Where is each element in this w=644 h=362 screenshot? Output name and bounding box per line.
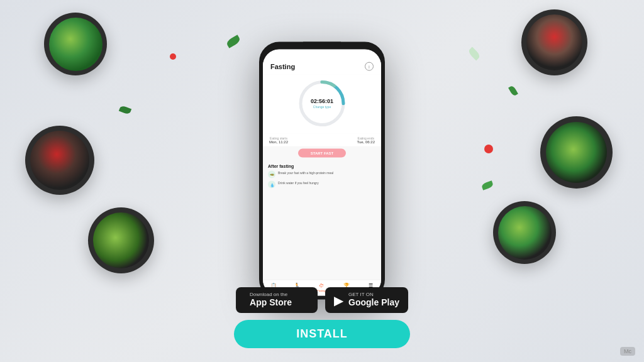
info-icon: i [365,62,374,71]
screen-header: Fasting i [263,50,381,75]
watermark: Mc [620,347,635,356]
app-store-button[interactable]: Download on the App Store [236,287,318,313]
tomato-1 [484,145,493,153]
google-play-button[interactable]: ▶ GET IT ON Google Play [325,287,408,313]
tip-item-1: 🥗 Break your fast with a high-protein me… [268,171,376,178]
food-bowl-top-right [521,9,587,75]
tip-icon-1: 🥗 [268,171,275,178]
google-play-sub: GET IT ON [348,292,399,297]
install-button[interactable]: INSTALL [234,320,410,348]
timer-time: 02:56:01 [311,99,333,104]
google-play-main: Google Play [348,297,399,308]
food-bowl-bottom-right [493,201,556,264]
change-type-label: Change type [311,105,333,109]
tomato-2 [170,53,176,60]
after-fasting-section: After fasting 🥗 Break your fast with a h… [263,160,381,280]
eating-starts-value: Mon, 11:22 [269,140,288,144]
google-play-text: GET IT ON Google Play [348,292,399,308]
start-fast-button[interactable]: START FAST [298,149,347,158]
tip-icon-2: 💧 [268,181,275,189]
phone-notch [303,42,341,47]
after-fasting-title: After fasting [268,164,376,168]
app-store-text: Download on the App Store [250,292,292,308]
phone-screen: Fasting i 02:56:01 Change type Eating st… [263,50,381,296]
phone-mockup: Fasting i 02:56:01 Change type Eating st… [259,42,385,300]
eating-starts-block: Eating starts Mon, 11:22 [269,136,288,144]
food-bowl-mid-left [25,126,94,195]
store-buttons: Download on the App Store ▶ GET IT ON Go… [236,287,408,313]
eating-times: Eating starts Mon, 11:22 Eating ends Tue… [263,134,381,146]
google-play-icon: ▶ [334,293,343,308]
timer-ring: 02:56:01 Change type [297,79,347,129]
food-bowl-mid-right [540,116,613,189]
screen-title: Fasting [270,63,295,70]
tip-text-2: Drink water if you feel hungry [278,181,319,185]
timer-section: 02:56:01 Change type [263,75,381,134]
tip-item-2: 💧 Drink water if you feel hungry [268,181,376,189]
tip-text-1: Break your fast with a high-protein meal [278,171,333,175]
food-bowl-top-left [44,13,107,75]
eating-ends-block: Eating ends Tue, 06:22 [357,136,375,144]
eating-ends-value: Tue, 06:22 [357,140,375,144]
app-store-main: App Store [250,297,292,308]
app-store-sub: Download on the [250,292,292,297]
timer-display: 02:56:01 Change type [311,99,333,109]
food-bowl-bottom-left [88,207,154,273]
